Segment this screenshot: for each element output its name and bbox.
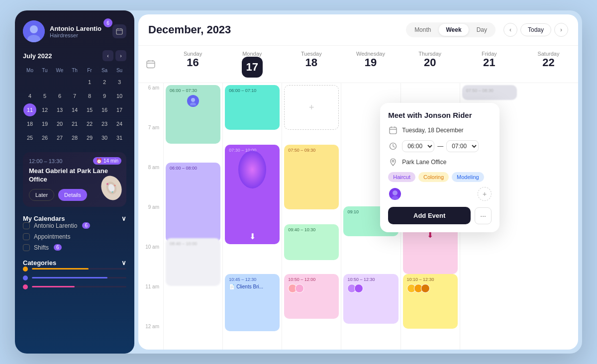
mini-cal-day-header: Mo [23,66,37,75]
popup-attendees: + [388,187,492,201]
event-thu-3[interactable]: 10:10 – 12:30 [403,274,458,329]
event-sun-1[interactable]: 06:00 – 07:30 [166,85,220,144]
time-12am: 12 am [138,322,163,350]
calendar-item: Antonio Larentio 6 [23,222,126,229]
attendee-1 [388,187,402,201]
mini-cal-day[interactable]: 31 [113,131,126,144]
add-attendee-btn[interactable]: + [478,187,492,201]
mini-cal-day[interactable]: 21 [68,117,81,130]
cat-bar-container [32,277,126,278]
svg-point-25 [392,160,394,162]
cal-body: 6 am 7 am 8 am 9 am 10 am 11 am 12 am 1 … [138,83,578,350]
event-tue-placeholder[interactable]: + [284,85,339,130]
mini-cal-day [38,76,51,89]
nav-prev[interactable]: ‹ [503,23,517,37]
calendar-icon-popup [388,125,398,135]
mini-cal-day[interactable]: 1 [83,76,96,89]
btn-details[interactable]: Details [58,189,87,201]
time-select: 06:0007:00 — 07:0008:00 [402,140,479,152]
mini-cal-day[interactable]: 11 [23,103,36,116]
profile-name: Antonio Larentio [50,25,101,32]
categories-header: Categories ∨ [23,259,126,267]
event-sun-3[interactable]: 08:40 – 10:00 [166,238,220,286]
chevron-down-icon[interactable]: ∨ [121,215,126,222]
cat-bar [32,277,107,278]
mini-cal-day[interactable]: 7 [68,90,81,102]
day-header-thursday: Thursday 20 [400,46,460,83]
notification-badge: 6 [103,18,112,27]
cal-checkbox[interactable] [23,244,30,251]
svg-rect-20 [390,127,397,134]
calendar-icon-btn[interactable] [112,24,126,38]
mini-cal-day[interactable]: 20 [53,117,66,130]
tab-day[interactable]: Day [470,24,494,36]
svg-point-12 [112,191,113,192]
mini-cal-day[interactable]: 3 [113,76,126,89]
svg-point-27 [392,196,398,199]
cal-badge: 6 [54,244,62,251]
mini-cal-prev[interactable]: ‹ [102,50,113,61]
event-sun-2[interactable]: 06:00 – 08:00 [166,163,220,242]
mini-cal-day[interactable]: 14 [68,103,81,116]
mini-cal-day[interactable]: 19 [38,117,51,130]
mini-cal-day[interactable]: 28 [68,131,81,144]
event-wed-2[interactable]: 10:50 – 12:30 [343,274,398,324]
nav-next[interactable]: › [554,23,568,37]
mini-cal-day[interactable]: 5 [38,90,51,102]
time-start-select[interactable]: 06:0007:00 [402,140,434,152]
mini-cal-day[interactable]: 29 [83,131,96,144]
mini-cal-day[interactable]: 17 [113,103,126,116]
mini-cal-next[interactable]: › [115,50,126,61]
tag-haircut[interactable]: Haircut [388,172,415,182]
mini-cal-day[interactable]: 6 [53,90,66,102]
event-tue-1[interactable]: 07:50 – 09:30 [284,145,339,209]
cat-bar-container [32,268,126,270]
mini-cal-day[interactable]: 18 [23,117,36,130]
calendar-item: Shifts 6 [23,244,126,251]
cal-grid: 6 am 7 am 8 am 9 am 10 am 11 am 12 am 1 … [138,83,578,350]
mini-cal-day[interactable]: 10 [113,90,126,102]
more-options-btn[interactable]: ··· [475,207,492,224]
mini-cal-day[interactable]: 26 [38,131,51,144]
mini-cal-day[interactable]: 22 [83,117,96,130]
event-tue-2[interactable]: 09:40 – 10:30 [284,224,339,260]
day-header-tuesday: Tuesday 18 [282,46,341,83]
event-mon-1[interactable]: 06:00 – 07:10 [225,85,280,130]
mini-cal-day[interactable]: 24 [113,117,126,130]
sidebar: Antonio Larentio Hairdresser 6 July 2022… [15,10,134,354]
mini-cal-day[interactable]: 8 [83,90,96,102]
today-btn[interactable]: Today [520,23,551,36]
time-9am: 9 am [138,202,163,242]
popup-date-row: Tuesday, 18 December [388,125,492,135]
mini-cal-day[interactable]: 15 [83,103,96,116]
event-fri-1[interactable]: 07:50 – 08:30 [462,85,517,100]
tag-modeling[interactable]: Modeling [452,172,484,182]
tag-coloring[interactable]: Coloring [418,172,449,182]
tab-week[interactable]: Week [439,24,468,36]
chevron-down-icon-cats[interactable]: ∨ [121,259,126,267]
time-end-select[interactable]: 07:0008:00 [446,140,479,152]
event-mon-3[interactable]: 10:45 – 12:30 📄Clients Bri... [225,274,280,331]
day-header-saturday: Saturday 22 [519,46,578,83]
cal-checkbox[interactable] [23,222,30,229]
add-event-btn[interactable]: Add Event [388,207,471,224]
mini-cal-day[interactable]: 13 [53,103,66,116]
btn-later[interactable]: Later [29,189,54,201]
tab-month[interactable]: Month [407,24,438,36]
mini-cal-day[interactable]: 16 [98,103,111,116]
mini-cal-day[interactable]: 30 [98,131,111,144]
my-calendars-header: My Calendars ∨ [23,215,126,222]
svg-rect-3 [116,29,122,34]
calendars-list: Antonio Larentio 6 Appointments Shifts 6 [23,222,126,251]
mini-cal-day[interactable]: 9 [98,90,111,102]
mini-cal-day[interactable]: 12 [38,103,51,116]
mini-cal-day[interactable]: 4 [23,90,36,102]
event-mon-2[interactable]: 07:30 – 10:00 ⬇ [225,145,280,244]
day-header-sunday: Sunday 16 [163,46,222,83]
mini-cal-day[interactable]: 27 [53,131,66,144]
mini-cal-day[interactable]: 2 [98,76,111,89]
mini-cal-day[interactable]: 23 [98,117,111,130]
event-tue-3[interactable]: 10:50 – 12:00 [284,274,339,319]
mini-cal-day[interactable]: 25 [23,131,36,144]
cal-checkbox[interactable] [23,233,30,240]
